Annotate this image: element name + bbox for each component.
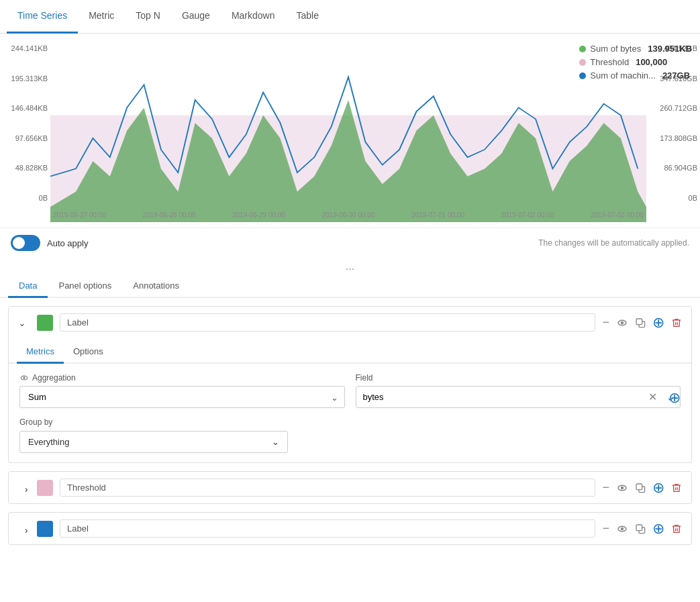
svg-rect-9 [636, 484, 642, 490]
chart-main: 2019-06-27 00:002019-06-28 00:002019-06-… [50, 39, 646, 222]
svg-point-5 [23, 377, 25, 379]
delete-btn-3[interactable] [671, 523, 682, 534]
add-metric-btn[interactable]: ⊕ [668, 389, 681, 407]
add-query-btn-2[interactable]: ⊕ [652, 479, 664, 497]
legend-label: Threshold [590, 57, 629, 67]
color-swatch-3[interactable] [37, 521, 53, 537]
legend-item: Sum of machin... 227GB [579, 70, 692, 81]
group-by-row: Group by Everything ⌄ [19, 417, 681, 453]
field-group: Field ✕ ⌄ [356, 373, 681, 408]
sub-tabs: DataPanel optionsAnnotations [0, 275, 700, 298]
legend-value: 227GB [662, 70, 690, 81]
svg-point-11 [621, 528, 623, 530]
aggregation-select[interactable]: Sum Avg Min Max Count [19, 386, 345, 408]
query-header-1: ⌄ − ⊕ [9, 307, 691, 338]
agg-field-row: Aggregation Sum Avg Min Max Count ⌄ [19, 373, 681, 408]
tab-markdown[interactable]: Markdown [221, 0, 286, 34]
group-by-select[interactable]: Everything ⌄ [19, 431, 288, 453]
query-header-2: ⌄ − ⊕ [9, 472, 691, 503]
sub-tab-panel-options[interactable]: Panel options [48, 275, 122, 298]
aggregation-group: Aggregation Sum Avg Min Max Count ⌄ [19, 373, 345, 408]
x-axis: 2019-06-27 00:002019-06-28 00:002019-06-… [50, 211, 646, 219]
chart-legend: Sum of bytes 139.951KB Threshold 100,000… [579, 44, 692, 81]
expand-btn-2[interactable]: ⌄ [19, 482, 30, 494]
query-actions-1: − ⊕ [602, 314, 682, 332]
x-label: 2019-06-30 00:00 [322, 211, 375, 219]
field-clear-btn[interactable]: ✕ [644, 391, 661, 403]
y-right-label: 86.904GB [649, 164, 697, 172]
add-query-btn-3[interactable]: ⊕ [652, 520, 664, 538]
query-actions-2: − ⊕ [602, 479, 682, 497]
y-left-label: 0B [5, 194, 48, 202]
copy-btn-2[interactable] [635, 483, 646, 493]
metrics-tab-options[interactable]: Options [64, 341, 113, 364]
x-label: 2019-06-27 00:00 [53, 211, 106, 219]
auto-apply-toggle[interactable] [11, 235, 40, 251]
legend-dot [579, 59, 586, 66]
field-input[interactable] [356, 387, 645, 407]
sub-tab-data[interactable]: Data [8, 275, 48, 298]
eye-btn-1[interactable] [616, 317, 628, 329]
copy-btn-1[interactable] [635, 317, 646, 328]
legend-value: 139.951KB [648, 44, 692, 54]
x-label: 2019-06-29 00:00 [232, 211, 285, 219]
minus-btn-3[interactable]: − [602, 521, 609, 536]
expand-btn-1[interactable]: ⌄ [18, 317, 30, 328]
y-left-label: 195.313KB [5, 74, 48, 83]
svg-rect-3 [636, 319, 642, 325]
aggregation-select-wrapper: Sum Avg Min Max Count ⌄ [19, 386, 345, 408]
tab-time-series[interactable]: Time Series [7, 0, 78, 34]
y-left-label: 244.141KB [5, 44, 48, 52]
auto-apply-toggle-wrap: Auto apply [11, 235, 88, 251]
minus-btn-1[interactable]: − [602, 315, 609, 330]
legend-label: Sum of machin... [590, 70, 656, 81]
field-select-wrap: ✕ ⌄ [356, 386, 681, 408]
eye-btn-3[interactable] [616, 523, 628, 535]
field-label: Field [356, 373, 681, 383]
color-swatch-2[interactable] [37, 480, 53, 496]
legend-dot [579, 72, 586, 79]
group-by-chevron: ⌄ [272, 437, 279, 447]
x-label: 2019-07-03 00:00 [591, 211, 644, 219]
three-dots-menu[interactable]: ... [0, 258, 700, 275]
aggregation-label: Aggregation [19, 373, 345, 383]
data-panel: ⌄ − ⊕ Metrics Options [0, 298, 700, 561]
query-label-input-1[interactable] [60, 313, 595, 332]
y-right-label: 0B [649, 194, 697, 202]
y-right-label: 173.808GB [649, 134, 697, 142]
y-axis-left: 244.141KB195.313KB146.484KB97.656KB48.82… [0, 39, 50, 222]
tab-metric[interactable]: Metric [78, 0, 125, 34]
query-label-input-2[interactable] [60, 479, 595, 497]
svg-point-7 [621, 487, 623, 489]
svg-rect-13 [636, 525, 642, 531]
query-actions-3: − ⊕ [602, 520, 682, 538]
delete-btn-2[interactable] [671, 483, 682, 493]
delete-btn-1[interactable] [671, 317, 682, 328]
y-left-label: 97.656KB [5, 134, 48, 142]
group-by-value: Everything [28, 437, 69, 447]
y-left-label: 48.828KB [5, 164, 48, 172]
legend-dot [579, 46, 586, 52]
sub-tab-annotations[interactable]: Annotations [122, 275, 190, 298]
query-block-2: ⌄ − ⊕ [8, 471, 692, 504]
expand-btn-3[interactable]: ⌄ [19, 523, 30, 535]
auto-apply-label: Auto apply [47, 238, 88, 248]
legend-label: Sum of bytes [590, 44, 641, 54]
x-label: 2019-07-02 00:00 [501, 211, 554, 219]
legend-item: Sum of bytes 139.951KB [579, 44, 692, 54]
metrics-tab-metrics[interactable]: Metrics [17, 341, 64, 364]
x-label: 2019-07-01 00:00 [411, 211, 464, 219]
minus-btn-2[interactable]: − [602, 481, 609, 495]
color-swatch-1[interactable] [37, 315, 53, 331]
legend-item: Threshold 100,000 [579, 57, 692, 67]
tab-table[interactable]: Table [286, 0, 330, 34]
tab-gauge[interactable]: Gauge [171, 0, 221, 34]
add-query-btn-1[interactable]: ⊕ [652, 314, 664, 332]
auto-apply-note: The changes will be automatically applie… [538, 238, 689, 248]
copy-btn-3[interactable] [635, 523, 646, 534]
query-label-input-3[interactable] [60, 519, 595, 538]
eye-btn-2[interactable] [616, 482, 628, 494]
legend-value: 100,000 [636, 57, 667, 67]
main-tabs: Time SeriesMetricTop NGaugeMarkdownTable [0, 0, 700, 34]
tab-top-n[interactable]: Top N [125, 0, 171, 34]
